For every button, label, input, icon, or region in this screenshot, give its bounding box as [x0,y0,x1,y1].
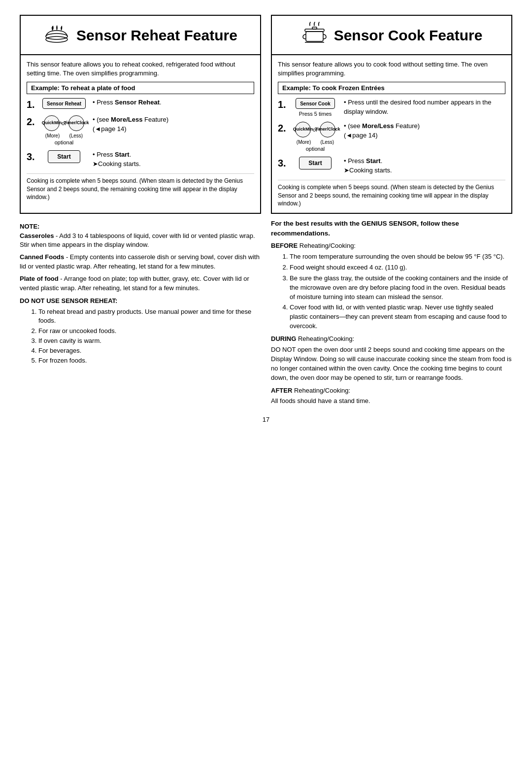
cook-labels-row: (More) (Less) [297,139,334,145]
before-heading: BEFORE Reheating/Cooking: [271,241,512,251]
cook-icon [301,21,328,49]
quick-min-button: QuickMin [44,115,60,131]
cook-step3-num: 3. [278,158,289,169]
reheat-step2-text: • (see More/Less Feature)(◄page 14) [93,115,254,133]
cook-title: Sensor Cook Feature [334,27,483,43]
reheat-step3-text: • Press Start.➤Cooking starts. [93,150,254,168]
before-item-1: The room temperature surrounding the ove… [290,252,512,262]
cook-section: Sensor Cook Feature This sensor feature … [271,15,512,214]
cook-timer-clock-button: Timer/Clock [320,122,335,137]
cook-step2: 2. QuickMin or Timer/Clock (More) (Less) [278,122,505,152]
page-container: Sensor Reheat Feature This sensor featur… [20,15,512,423]
reheat-step3: 3. Start • Press Start.➤Cooking starts. [27,150,254,168]
reheat-step3-num: 3. [27,151,37,163]
cook-step3: 3. Start • Press Start.➤Cooking starts. [278,157,505,174]
page-number: 17 [20,416,512,423]
reheat-step3-visual: Start [39,150,89,163]
cook-cooking-complete: Cooking is complete when 5 beeps sound. … [278,180,505,208]
more-label: (More) [45,133,60,138]
cook-sensor-button: Sensor Cook [296,98,335,109]
cook-step2-num: 2. [278,123,289,134]
reheat-icon [43,21,70,49]
svg-rect-4 [312,27,317,29]
do-not-title: DO NOT USE SENSOR REHEAT: [20,296,261,306]
reheat-step1-text: • Press Sensor Reheat. [93,98,254,107]
less-label: (Less) [69,133,83,138]
cook-step2-text: • (see More/Less Feature)(◄page 14) [344,122,505,139]
during-text: DO NOT open the oven door until 2 beeps … [271,345,512,382]
cook-step2-visual: QuickMin or Timer/Clock (More) (Less) op… [291,122,340,152]
left-bottom: NOTE: Casseroles - Add 3 to 4 tablespoon… [20,219,261,406]
reheat-buttons-row: QuickMin or Timer/Clock [44,115,84,131]
do-not-item-5: For frozen foods. [38,356,261,365]
reheat-step1-visual: Sensor Reheat [39,98,89,109]
note-title: NOTE: [20,222,261,232]
casseroles-note: Casseroles - Add 3 to 4 tablespoons of l… [20,232,261,250]
before-item-3: Be sure the glass tray, the outside of t… [290,274,512,302]
cook-intro: This sensor feature allows you to cook f… [278,60,505,78]
reheat-intro: This sensor feature allows you to reheat… [27,60,254,78]
reheat-step2-visual: QuickMin or Timer/Clock (More) (Less) op… [39,115,89,145]
reheat-start-button: Start [48,150,80,163]
do-not-item-4: For beverages. [38,346,261,355]
cook-header: Sensor Cook Feature [272,16,511,55]
cook-step1: 1. Sensor Cook Press 5 times • Press unt… [278,98,505,117]
reheat-title: Sensor Reheat Feature [76,27,237,43]
reheat-header: Sensor Reheat Feature [21,16,260,55]
genius-title: For the best results with the GENIUS SEN… [271,219,512,239]
reheat-step2-num: 2. [27,116,37,128]
svg-rect-2 [306,32,323,41]
reheat-optional: optional [55,139,74,145]
do-not-item-2: For raw or uncooked foods. [38,327,261,336]
cook-less-label: (Less) [320,139,334,145]
cook-step3-visual: Start [291,157,340,169]
reheat-body: This sensor feature allows you to reheat… [21,55,260,206]
press-times: Press 5 times [299,111,332,117]
reheat-step1: 1. Sensor Reheat • Press Sensor Reheat. [27,98,254,110]
cook-buttons-row: QuickMin or Timer/Clock [295,122,335,137]
cook-step1-text: • Press until the desired food number ap… [344,98,505,116]
do-not-item-3: If oven cavity is warm. [38,336,261,345]
after-text: All foods should have a stand time. [271,396,512,406]
reheat-sensor-button: Sensor Reheat [42,98,86,109]
bottom-sections: NOTE: Casseroles - Add 3 to 4 tablespoon… [20,219,512,406]
note-section: NOTE: Casseroles - Add 3 to 4 tablespoon… [20,222,261,365]
during-heading: DURING Reheating/Cooking: [271,334,512,344]
top-sections: Sensor Reheat Feature This sensor featur… [20,15,512,214]
plate-note: Plate of food - Arrange food on plate; t… [20,274,261,293]
before-item-2: Food weight should exceed 4 oz. (110 g). [290,263,512,272]
reheat-labels-row: (More) (Less) [45,133,83,138]
cook-more-label: (More) [297,139,311,145]
reheat-example-label: Example: To reheat a plate of food [27,82,254,94]
reheat-section: Sensor Reheat Feature This sensor featur… [20,15,261,214]
cook-body: This sensor feature allows you to cook f… [272,55,511,213]
reheat-cooking-complete: Cooking is complete when 5 beeps sound. … [27,173,254,201]
cook-optional: optional [306,146,325,152]
after-heading: AFTER Reheating/Cooking: [271,386,512,396]
cook-step1-num: 1. [278,99,289,110]
timer-clock-button: Timer/Clock [68,115,84,131]
cook-start-button: Start [299,157,331,169]
cook-step1-visual: Sensor Cook Press 5 times [291,98,340,117]
right-bottom: For the best results with the GENIUS SEN… [271,219,512,406]
genius-section: For the best results with the GENIUS SEN… [271,219,512,406]
cook-quick-min-button: QuickMin [295,122,311,137]
cook-example-label: Example: To cook Frozen Entrées [278,82,505,94]
reheat-step1-num: 1. [27,99,37,110]
before-item-4: Cover food with lid, or with vented plas… [290,303,512,331]
reheat-step2: 2. QuickMin or Timer/Clock (More) (Less) [27,115,254,145]
cook-step3-text: • Press Start.➤Cooking starts. [344,157,505,174]
canned-note: Canned Foods - Empty contents into casse… [20,253,261,271]
do-not-item-1: To reheat bread and pastry products. Use… [38,307,261,325]
